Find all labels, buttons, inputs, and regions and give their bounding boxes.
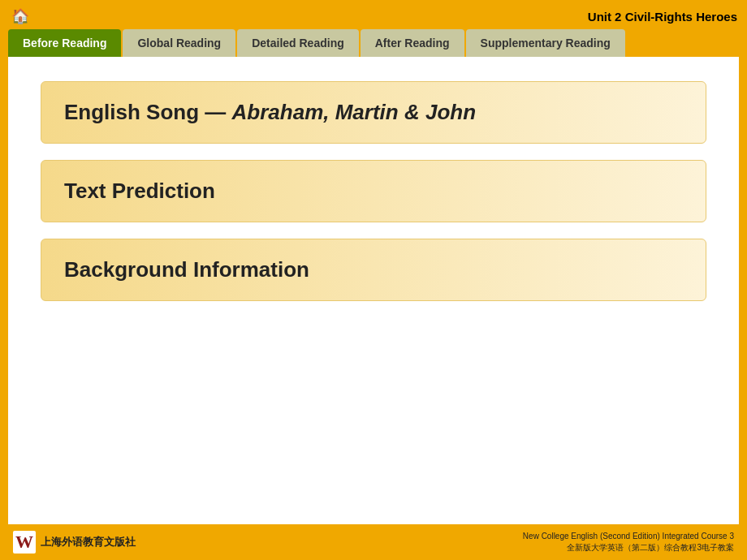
footer-right-line2: 全新版大学英语（第二版）综合教程3电子教案 (523, 542, 734, 554)
home-icon[interactable]: 🏠 (10, 6, 31, 27)
tab-detailed-reading[interactable]: Detailed Reading (237, 29, 359, 57)
publisher-name: 上海外语教育文版社 (41, 535, 136, 549)
card-text-prediction-title: Text Prediction (64, 179, 683, 204)
tab-after-reading[interactable]: After Reading (361, 29, 464, 57)
tab-global-reading[interactable]: Global Reading (123, 29, 235, 57)
tab-supplementary-reading[interactable]: Supplementary Reading (466, 29, 625, 57)
card-english-song[interactable]: English Song — Abraham, Martin & John (41, 81, 706, 144)
unit-title: Unit 2 Civil-Rights Heroes (588, 10, 737, 24)
app-container: 🏠 Unit 2 Civil-Rights Heroes Before Read… (0, 0, 747, 560)
card-background-info-title: Background Information (64, 257, 683, 282)
tab-before-reading[interactable]: Before Reading (8, 29, 121, 57)
card-background-info[interactable]: Background Information (41, 239, 706, 301)
card-english-song-title: English Song — Abraham, Martin & John (64, 100, 683, 125)
publisher-logo: W 上海外语教育文版社 (13, 531, 136, 554)
main-content: English Song — Abraham, Martin & John Te… (8, 57, 739, 524)
footer-right-line1: New College English (Second Edition) Int… (523, 531, 734, 542)
nav-tabs: Before Reading Global Reading Detailed R… (0, 29, 747, 57)
card-text-prediction[interactable]: Text Prediction (41, 160, 706, 222)
footer: W 上海外语教育文版社 New College English (Second … (0, 524, 747, 560)
publisher-w-icon: W (13, 531, 36, 554)
footer-right-text: New College English (Second Edition) Int… (523, 531, 734, 554)
top-bar: 🏠 Unit 2 Civil-Rights Heroes (0, 0, 747, 29)
